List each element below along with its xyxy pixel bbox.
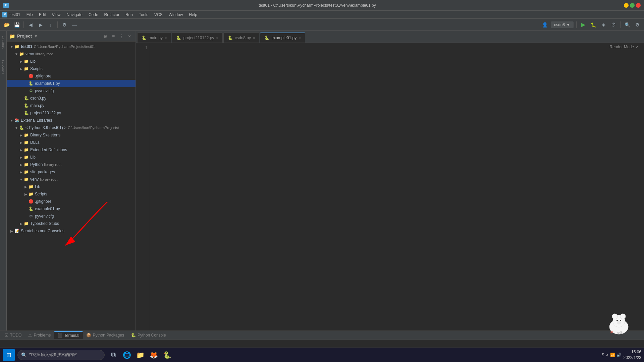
toolbar-sep3 — [576, 21, 577, 28]
taskbar-task-view[interactable]: ⧉ — [107, 349, 119, 361]
tree-label-pyvenv2: pyvenv.cfg — [35, 214, 54, 219]
structure-tab[interactable]: Structure — [1, 34, 6, 51]
folder-icon-dlls: 📁 — [23, 140, 29, 145]
code-editor[interactable] — [149, 43, 644, 330]
toolbar-coverage[interactable]: ◈ — [599, 21, 607, 29]
start-button[interactable]: ⊞ — [3, 349, 15, 361]
taskbar-search[interactable]: 🔍 在这里输入你要搜索的内容 — [17, 350, 105, 360]
tree-venv2[interactable]: ▼ 📁 venv library root — [7, 176, 136, 183]
toolbar-user[interactable]: 👤 — [541, 21, 549, 29]
menu-navigate[interactable]: Navigate — [64, 12, 85, 18]
tree-binary-skeletons[interactable]: ▶ 📁 Binary Skeletons — [7, 131, 136, 139]
tree-site-packages[interactable]: ▶ 📁 site-packages — [7, 168, 136, 176]
tab-python-console[interactable]: 🐍 Python Console — [127, 331, 169, 339]
toolbar-open-file[interactable]: 📂 — [3, 21, 11, 29]
options-icon[interactable]: ⋮ — [118, 33, 125, 40]
tree-pyvenv1[interactable]: ⚙ pyvenv.cfg — [7, 87, 136, 95]
locate-file-icon[interactable]: ⊕ — [102, 33, 109, 40]
tree-project210122[interactable]: 🐍 project210122.py — [7, 109, 136, 117]
debug-button[interactable]: 🐛 — [589, 21, 597, 29]
taskbar-pycharm[interactable]: 🐍 — [161, 349, 173, 361]
tree-dlls[interactable]: ▶ 📁 DLLs — [7, 139, 136, 146]
toolbar-save[interactable]: 💾 — [13, 21, 21, 29]
menu-refactor[interactable]: Refactor — [102, 12, 122, 18]
tree-main[interactable]: 🐍 main.py — [7, 102, 136, 109]
tree-example01-2[interactable]: 🐍 example01.py — [7, 205, 136, 213]
tree-typeshed[interactable]: ▶ 📁 Typeshed Stubs — [7, 220, 136, 227]
tree-scratches[interactable]: ▶ 📝 Scratches and Consoles — [7, 227, 136, 235]
taskbar-edge[interactable]: 🌐 — [121, 349, 133, 361]
tree-gitignore1[interactable]: 🔴 .gitignore — [7, 72, 136, 80]
tree-label-csdn8: csdn8.py — [30, 96, 46, 101]
tree-python-lib-root[interactable]: ▶ 📁 Python library root — [7, 161, 136, 168]
toolbar-search[interactable]: 🔍 — [623, 21, 631, 29]
menu-file[interactable]: File — [24, 12, 36, 18]
reader-mode-toggle[interactable]: ✓ — [635, 44, 639, 50]
tree-test01[interactable]: ▼ 📁 test01 C:\Users\kun\PycharmProjects\… — [7, 43, 136, 50]
tree-csdn8[interactable]: 🐍 csdn8.py — [7, 95, 136, 102]
reader-mode-text: Reader Mode — [609, 45, 634, 49]
menu-edit[interactable]: Edit — [36, 12, 49, 18]
toolbar-profile[interactable]: ⏱ — [609, 21, 618, 29]
tab-terminal-label: Terminal — [64, 333, 79, 338]
tab-icon-csdn8: 🐍 — [228, 36, 233, 40]
tree-gitignore2[interactable]: 🔴 .gitignore — [7, 198, 136, 205]
tab-python-packages[interactable]: 📦 Python Packages — [83, 331, 127, 339]
tab-todo[interactable]: ☑ TODO — [1, 331, 25, 339]
tab-example01[interactable]: 🐍 example01.py × — [260, 33, 305, 43]
clock[interactable]: 15:06 2022/1/23 — [624, 349, 641, 361]
favorites-tab[interactable]: Favorites — [1, 58, 6, 76]
menu-help[interactable]: Help — [186, 12, 200, 18]
tray-sound[interactable]: 🔊 — [616, 353, 622, 357]
collapse-all-icon[interactable]: ≡ — [110, 33, 117, 40]
toolbar-recent[interactable]: ↓ — [47, 21, 55, 29]
run-button[interactable]: ▶ — [579, 21, 587, 29]
tab-close-csdn8[interactable]: × — [253, 36, 255, 40]
tree-label-scripts2: Scripts — [35, 192, 47, 196]
tab-icon-main: 🐍 — [142, 36, 147, 40]
tree-example01-1[interactable]: 🐍 example01.py — [7, 80, 136, 87]
tab-close-project210122[interactable]: × — [216, 36, 218, 40]
tree-arrow-dlls: ▶ — [19, 141, 23, 144]
tree-pyvenv2[interactable]: ⚙ pyvenv.cfg — [7, 213, 136, 220]
tree-lib1[interactable]: ▶ 📁 Lib — [7, 58, 136, 65]
minimize-button[interactable] — [624, 3, 629, 8]
tree-external-libs[interactable]: ▼ 📚 External Libraries — [7, 117, 136, 124]
menu-vcs[interactable]: VCS — [152, 12, 165, 18]
project-dropdown[interactable]: ▼ — [34, 34, 38, 39]
menu-code[interactable]: Code — [86, 12, 101, 18]
toolbar-settings[interactable]: ⚙ — [60, 21, 68, 29]
tab-terminal[interactable]: ⬛ Terminal — [54, 331, 83, 339]
menu-window[interactable]: Window — [166, 12, 186, 18]
tab-csdn8[interactable]: 🐍 csdn8.py × — [223, 33, 259, 43]
menu-run[interactable]: Run — [123, 12, 136, 18]
csdn-selector[interactable]: csdn8 ▼ — [551, 21, 574, 28]
toolbar-forward[interactable]: ▶ — [37, 21, 45, 29]
close-button[interactable] — [636, 3, 641, 8]
tree-scripts2[interactable]: ▶ 📁 Scripts — [7, 190, 136, 198]
taskbar-explorer[interactable]: 📁 — [134, 349, 146, 361]
menu-tools[interactable]: Tools — [136, 12, 151, 18]
tab-close-example01[interactable]: × — [299, 36, 301, 40]
taskbar-fox[interactable]: 🦊 — [148, 349, 160, 361]
tab-label-project210122: project210122.py — [183, 36, 214, 40]
tree-venv[interactable]: ▼ 📁 venv library root — [7, 50, 136, 58]
reader-mode-label[interactable]: Reader Mode ✓ — [609, 44, 639, 50]
tree-ext-defs[interactable]: ▶ 📁 Extended Definitions — [7, 146, 136, 154]
tree-python39[interactable]: ▼ 🐍 < Python 3.9 (test01) > C:\Users\kun… — [7, 124, 136, 131]
toolbar-gear[interactable]: ⚙ — [633, 21, 641, 29]
tree-lib2[interactable]: ▶ 📁 Lib — [7, 154, 136, 161]
tray-chevron[interactable]: ∧ — [606, 353, 609, 357]
tab-close-main[interactable]: × — [165, 36, 167, 40]
hide-panel-icon[interactable]: × — [126, 33, 133, 40]
tab-problems[interactable]: ⚠ Problems — [25, 331, 54, 339]
menu-view[interactable]: View — [49, 12, 63, 18]
toolbar-back[interactable]: ◀ — [26, 21, 35, 29]
toolbar-minus[interactable]: — — [70, 21, 78, 29]
tab-project210122[interactable]: 🐍 project210122.py × — [172, 33, 223, 43]
tree-scripts1[interactable]: ▶ 📁 Scripts — [7, 65, 136, 72]
maximize-button[interactable] — [630, 3, 635, 8]
tab-main[interactable]: 🐍 main.py × — [137, 33, 171, 43]
tree-lib3[interactable]: ▶ 📁 Lib — [7, 183, 136, 190]
editor-content[interactable]: 1 — [136, 43, 644, 330]
